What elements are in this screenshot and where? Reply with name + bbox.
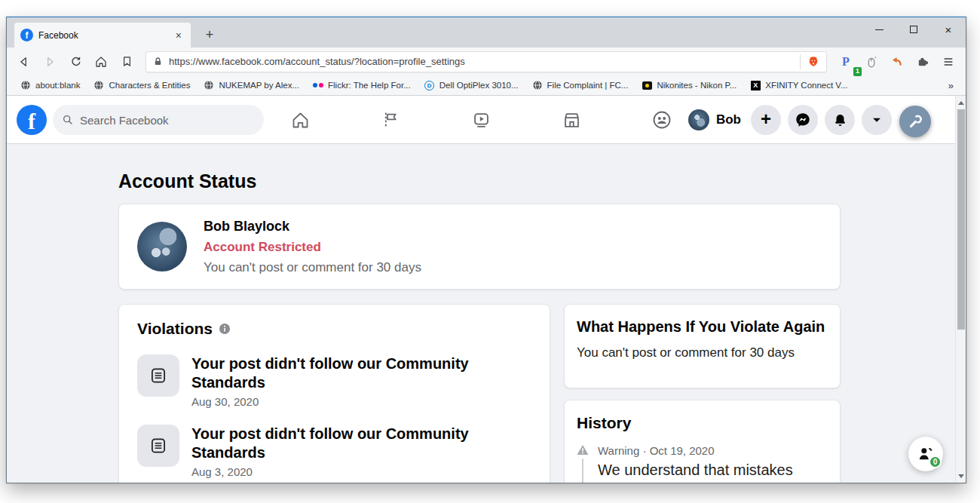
bookmark-label: Characters & Entities: [109, 81, 190, 90]
info-icon[interactable]: [219, 323, 231, 335]
profile-full-name: Bob Blaylock: [204, 219, 421, 235]
violation-title: Your post didn't follow our Community St…: [191, 354, 531, 392]
flag-icon: [381, 110, 401, 130]
groups-icon: [651, 109, 672, 130]
bookmark-label: Flickr: The Help For...: [328, 81, 411, 90]
bookmark-item[interactable]: Nikonites - Nikon P...: [635, 78, 743, 93]
hamburger-icon: [942, 56, 954, 68]
extension-badge: 1: [853, 67, 862, 76]
maximize-icon: [910, 26, 917, 33]
violations-card: Violations Your post didn't follow our C…: [118, 304, 550, 483]
restricted-status: Account Restricted: [204, 240, 421, 255]
shield-lion-extension-icon[interactable]: [807, 55, 820, 69]
home-button[interactable]: [90, 51, 112, 72]
bookmark-item[interactable]: D Dell OptiPlex 3010...: [418, 78, 525, 93]
profile-name[interactable]: Bob: [716, 112, 741, 127]
extension-p-button[interactable]: P 1: [835, 51, 857, 72]
messenger-icon: [795, 112, 811, 128]
undo-arrow-extension-button[interactable]: [886, 51, 908, 72]
nav-home[interactable]: [255, 96, 345, 144]
scroll-up-icon[interactable]: [956, 97, 966, 108]
chevron-down-icon: [870, 113, 884, 127]
profile-avatar: [137, 222, 187, 271]
maximize-button[interactable]: [896, 17, 931, 41]
facebook-favicon-icon: f: [20, 29, 33, 41]
nav-pages[interactable]: [345, 96, 436, 144]
mouse-icon: [865, 55, 878, 69]
watch-icon: [471, 110, 492, 130]
chat-fab-button[interactable]: 0: [908, 437, 943, 471]
violations-title: Violations: [137, 320, 213, 338]
bookmark-item[interactable]: Flickr: The Help For...: [307, 78, 417, 93]
close-icon: ×: [945, 24, 952, 35]
close-button[interactable]: ×: [931, 17, 966, 41]
globe-icon: [204, 80, 214, 90]
window-controls: ×: [862, 17, 966, 41]
nav-marketplace[interactable]: [526, 96, 617, 144]
post-icon: [137, 354, 179, 397]
bookmark-label: NUKEMAP by Alex...: [219, 81, 299, 90]
mouse-gesture-extension-button[interactable]: [860, 51, 883, 72]
create-button[interactable]: +: [751, 105, 781, 135]
address-bar[interactable]: https://www.facebook.com/account_status/…: [145, 51, 827, 72]
what-happens-title: What Happens If You Violate Again: [577, 317, 828, 336]
restriction-detail: You can't post or comment for 30 days: [204, 260, 421, 275]
nav-toolbar: https://www.facebook.com/account_status/…: [7, 48, 966, 75]
bookmark-item[interactable]: Characters & Entities: [87, 78, 196, 93]
tab-facebook[interactable]: f Facebook ×: [14, 23, 191, 48]
bookmark-item[interactable]: NUKEMAP by Alex...: [198, 78, 305, 93]
reload-button[interactable]: [64, 51, 87, 72]
globe-icon: [532, 80, 543, 90]
bookmark-item[interactable]: about:blank: [14, 78, 86, 93]
bookmarks-overflow-button[interactable]: »: [944, 80, 958, 91]
what-happens-body: You can't post or comment for 30 days: [577, 345, 828, 360]
menu-button[interactable]: [937, 51, 960, 72]
scroll-down-icon[interactable]: [956, 471, 966, 481]
lock-icon: [152, 56, 164, 67]
violation-row[interactable]: Your post didn't follow our Community St…: [137, 354, 531, 408]
history-entry-meta: Warning · Oct 19, 2020: [598, 444, 816, 457]
minimize-button[interactable]: [862, 17, 896, 41]
back-button[interactable]: [13, 51, 35, 72]
notifications-button[interactable]: [825, 105, 855, 135]
browser-window: f Facebook × + × https://www.facebo: [6, 17, 966, 483]
bookmark-label: about:blank: [35, 81, 80, 90]
wrench-overlay-button[interactable]: [899, 106, 931, 137]
violation-title: Your post didn't follow our Community St…: [191, 425, 531, 462]
facebook-header-right: Bob +: [688, 105, 892, 135]
page-scrollbar[interactable]: [955, 96, 966, 483]
page-title: Account Status: [118, 170, 256, 192]
extensions-button[interactable]: [911, 51, 934, 72]
bookmark-icon: [121, 55, 133, 68]
bookmark-button[interactable]: [115, 51, 138, 72]
violation-row[interactable]: Your post didn't follow our Community St…: [137, 425, 531, 478]
url-text: https://www.facebook.com/account_status/…: [169, 56, 795, 67]
search-placeholder: Search Facebook: [80, 114, 169, 127]
scrollbar-thumb[interactable]: [957, 109, 965, 330]
bookmark-item[interactable]: X XFINITY Connect V...: [744, 78, 853, 93]
home-icon: [290, 110, 311, 130]
nav-watch[interactable]: [436, 96, 526, 144]
search-input[interactable]: Search Facebook: [53, 105, 264, 135]
bookmark-item[interactable]: File Complaint | FC...: [526, 78, 635, 93]
messenger-button[interactable]: [788, 105, 818, 135]
new-tab-button[interactable]: +: [200, 25, 219, 44]
page-actions: [800, 54, 820, 69]
tab-title: Facebook: [38, 30, 167, 41]
facebook-center-nav: [255, 96, 707, 144]
minimize-icon: [875, 29, 884, 30]
back-icon: [17, 55, 31, 69]
facebook-logo-icon[interactable]: f: [17, 105, 47, 135]
profile-status-card: Bob Blaylock Account Restricted You can'…: [118, 204, 841, 290]
avatar[interactable]: [688, 109, 709, 130]
globe-icon: [20, 80, 31, 90]
violation-date: Aug 3, 2020: [191, 465, 531, 478]
bookmark-label: Nikonites - Nikon P...: [657, 81, 737, 90]
reload-icon: [69, 55, 82, 68]
account-menu-button[interactable]: [862, 105, 892, 135]
forward-button[interactable]: [38, 51, 61, 72]
post-icon: [137, 425, 179, 467]
tab-close-icon[interactable]: ×: [173, 29, 185, 41]
xfinity-icon: X: [750, 80, 761, 90]
home-icon: [94, 55, 108, 69]
